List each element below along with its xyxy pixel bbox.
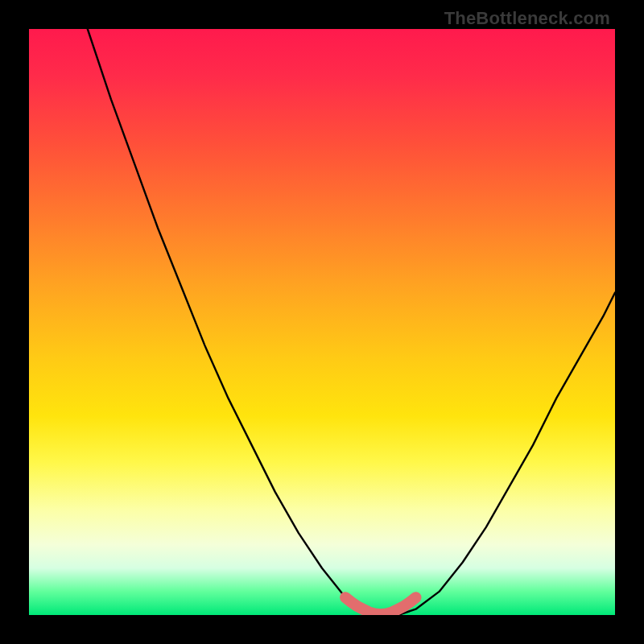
watermark-text: TheBottleneck.com xyxy=(444,8,610,29)
optimal-range-marker xyxy=(29,29,615,615)
chart-plot-area xyxy=(29,29,615,615)
